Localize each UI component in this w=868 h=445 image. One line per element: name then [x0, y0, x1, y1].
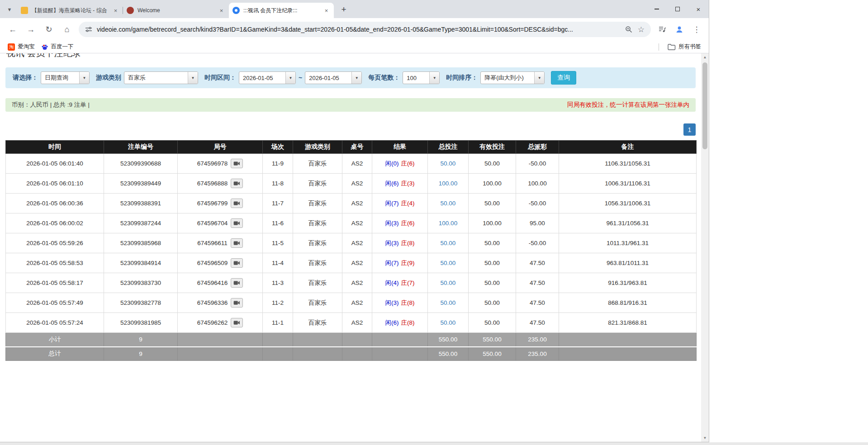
table-row: 2026-01-05 05:58:17 523099383730 6745964… — [6, 273, 697, 293]
date-start-value[interactable]: 2026-01-05 — [239, 72, 285, 84]
menu-icon[interactable]: ⋮ — [689, 22, 704, 37]
bookmark-star-icon[interactable]: ☆ — [638, 25, 645, 34]
browser-tab-forum[interactable]: 【新提醒】海燕策略论坛 - 综合 × — [17, 3, 123, 18]
video-replay-button[interactable] — [231, 159, 243, 168]
total-bet-link[interactable]: 50.00 — [441, 160, 456, 167]
round-cell: 674596799 — [178, 194, 263, 213]
page-content: 视讯 会员下注纪录 请选择： 日期查询 ▼ 游戏类别 百家乐 ▼ 时间区间： 2… — [0, 53, 701, 442]
taobao-icon: 淘 — [8, 43, 15, 51]
search-button[interactable]: 查询 — [551, 71, 576, 85]
round-id: 674596611 — [197, 240, 228, 246]
forward-button[interactable]: → — [23, 22, 38, 37]
result-banker: 庄(7) — [401, 279, 415, 286]
note-cell: 1056.31/1006.31 — [559, 194, 697, 213]
maximize-button[interactable] — [667, 0, 688, 18]
browser-window: ▼ 【新提醒】海燕策略论坛 - 综合 × Welcome × :::视讯 会员下… — [0, 0, 709, 442]
back-button[interactable]: ← — [5, 22, 20, 37]
video-replay-button[interactable] — [231, 258, 243, 268]
total-bet-link[interactable]: 50.00 — [441, 319, 456, 326]
per-page-select[interactable]: 100 ▼ — [403, 71, 440, 84]
result-banker: 庄(8) — [401, 319, 415, 326]
round-id: 674596978 — [197, 160, 228, 167]
date-end-select[interactable]: 2026-01-05 ▼ — [305, 71, 362, 84]
video-replay-button[interactable] — [231, 278, 243, 288]
dropdown-arrow-icon[interactable]: ▼ — [534, 72, 544, 84]
video-replay-button[interactable] — [231, 179, 243, 188]
valid-bet-cell: 50.00 — [469, 233, 516, 253]
total-payout: 235.00 — [516, 347, 559, 361]
minimize-button[interactable] — [646, 0, 667, 18]
url-text[interactable]: videoie.com/game/betrecord_search/kind3?… — [97, 26, 621, 33]
bookmark-baidu[interactable]: 百度一下 — [38, 42, 77, 52]
bet-id-cell: 523099384914 — [104, 253, 178, 273]
scroll-down-icon[interactable]: ▼ — [701, 434, 709, 442]
video-replay-button[interactable] — [231, 199, 243, 208]
subtotal-row: 小计 9 550.00 550.00 235.00 — [6, 333, 697, 347]
time-cell: 2026-01-05 05:57:24 — [6, 313, 104, 333]
video-replay-button[interactable] — [231, 318, 243, 327]
reload-button[interactable]: ↻ — [41, 22, 57, 37]
video-replay-button[interactable] — [231, 298, 243, 308]
dropdown-arrow-icon[interactable]: ▼ — [429, 72, 439, 84]
tab-title: :::视讯 会员下注纪录::: — [243, 7, 320, 14]
media-controls-icon[interactable] — [655, 22, 670, 37]
payout-cell: -50.00 — [516, 233, 559, 253]
scroll-up-icon[interactable]: ▲ — [701, 53, 709, 61]
video-replay-button[interactable] — [231, 238, 243, 248]
total-bet-link[interactable]: 50.00 — [441, 279, 456, 286]
column-header: 注单编号 — [104, 141, 178, 154]
sort-value[interactable]: 降幂(由大到小) — [481, 72, 534, 84]
total-bet-link[interactable]: 100.00 — [439, 180, 457, 187]
toolbar-right: ⋮ — [654, 22, 705, 37]
all-bookmarks-button[interactable]: 所有书签 — [664, 42, 704, 52]
scrollbar-thumb[interactable] — [702, 62, 707, 149]
date-start-select[interactable]: 2026-01-05 ▼ — [239, 71, 296, 84]
bookmark-aitaobao[interactable]: 淘 爱淘宝 — [5, 42, 38, 52]
new-tab-button[interactable]: + — [337, 3, 350, 16]
home-button[interactable]: ⌂ — [59, 22, 75, 37]
total-bet-link[interactable]: 50.00 — [441, 200, 456, 207]
date-end-value[interactable]: 2026-01-05 — [305, 72, 351, 84]
table-no-cell: AS2 — [342, 174, 372, 194]
game-type-value[interactable]: 百家乐 — [124, 72, 188, 84]
close-button[interactable]: × — [688, 0, 709, 18]
dropdown-arrow-icon[interactable]: ▼ — [285, 72, 295, 84]
browser-tab-betrecord[interactable]: :::视讯 会员下注纪录::: × — [229, 3, 334, 18]
sort-select[interactable]: 降幂(由大到小) ▼ — [480, 71, 545, 84]
time-cell: 2026-01-05 05:58:17 — [6, 273, 104, 293]
chevron-down-icon[interactable]: ▼ — [4, 4, 15, 15]
total-bet-link[interactable]: 50.00 — [441, 299, 456, 306]
total-bet-link[interactable]: 50.00 — [441, 260, 456, 266]
query-type-value[interactable]: 日期查询 — [41, 72, 79, 84]
query-type-select[interactable]: 日期查询 ▼ — [41, 71, 90, 84]
dropdown-arrow-icon[interactable]: ▼ — [351, 72, 361, 84]
per-page-value[interactable]: 100 — [403, 72, 429, 84]
table-header-row: 时间注单编号局号场次游戏类别桌号结果总投注有效投注总派彩备注 — [6, 141, 697, 154]
game-type-select[interactable]: 百家乐 ▼ — [124, 71, 198, 84]
payout-cell: 47.50 — [516, 313, 559, 333]
browser-tab-welcome[interactable]: Welcome × — [123, 3, 229, 18]
tab-close-icon[interactable]: × — [112, 7, 119, 14]
tab-close-icon[interactable]: × — [218, 7, 225, 14]
game-cell: 百家乐 — [293, 293, 342, 313]
valid-bet-cell: 50.00 — [469, 273, 516, 293]
vertical-scrollbar[interactable]: ▲ ▼ — [701, 53, 709, 442]
pagination: 1 — [5, 123, 696, 136]
total-bet-link[interactable]: 100.00 — [439, 220, 457, 227]
page-title: 视讯 会员下注纪录 — [6, 53, 701, 58]
bet-id-cell: 523099382778 — [104, 293, 178, 313]
tune-icon[interactable] — [85, 26, 92, 33]
tab-close-icon[interactable]: × — [323, 7, 330, 14]
game-cell: 百家乐 — [293, 313, 342, 333]
round-cell: 674596336 — [178, 293, 263, 313]
address-bar[interactable]: videoie.com/game/betrecord_search/kind3?… — [79, 22, 651, 37]
dropdown-arrow-icon[interactable]: ▼ — [188, 72, 198, 84]
profile-icon[interactable] — [672, 22, 687, 37]
total-bet-link[interactable]: 50.00 — [441, 240, 456, 246]
zoom-icon[interactable] — [625, 26, 632, 33]
dropdown-arrow-icon[interactable]: ▼ — [79, 72, 89, 84]
subtotal-payout: 235.00 — [516, 333, 559, 347]
result-banker: 庄(8) — [401, 299, 415, 306]
video-replay-button[interactable] — [231, 218, 243, 228]
page-1-button[interactable]: 1 — [683, 123, 696, 136]
